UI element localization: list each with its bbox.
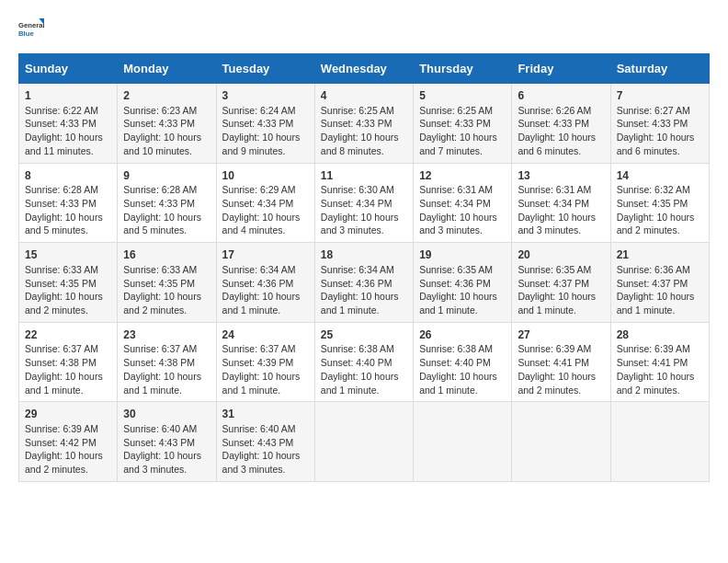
day-number: 7 bbox=[617, 88, 703, 104]
calendar-cell: 15Sunrise: 6:33 AM Sunset: 4:35 PM Dayli… bbox=[19, 243, 118, 323]
day-details: Sunrise: 6:40 AM Sunset: 4:43 PM Dayligh… bbox=[222, 422, 309, 477]
day-number: 25 bbox=[321, 327, 407, 343]
day-number: 14 bbox=[617, 168, 703, 184]
day-details: Sunrise: 6:37 AM Sunset: 4:39 PM Dayligh… bbox=[222, 342, 309, 396]
day-details: Sunrise: 6:38 AM Sunset: 4:40 PM Dayligh… bbox=[321, 342, 407, 396]
day-number: 9 bbox=[123, 168, 210, 184]
calendar-cell: 24Sunrise: 6:37 AM Sunset: 4:39 PM Dayli… bbox=[216, 322, 314, 402]
calendar-cell: 27Sunrise: 6:39 AM Sunset: 4:41 PM Dayli… bbox=[512, 322, 610, 402]
calendar-cell: 28Sunrise: 6:39 AM Sunset: 4:41 PM Dayli… bbox=[610, 322, 709, 402]
day-number: 1 bbox=[25, 88, 111, 104]
day-number: 17 bbox=[222, 247, 309, 263]
day-details: Sunrise: 6:28 AM Sunset: 4:33 PM Dayligh… bbox=[25, 183, 111, 237]
day-details: Sunrise: 6:39 AM Sunset: 4:42 PM Dayligh… bbox=[25, 422, 111, 477]
calendar-cell: 9Sunrise: 6:28 AM Sunset: 4:33 PM Daylig… bbox=[118, 163, 216, 243]
day-number: 28 bbox=[617, 327, 703, 343]
column-header-wednesday: Wednesday bbox=[314, 54, 413, 84]
week-row-4: 22Sunrise: 6:37 AM Sunset: 4:38 PM Dayli… bbox=[19, 322, 710, 402]
calendar-cell bbox=[314, 402, 413, 482]
column-header-thursday: Thursday bbox=[414, 54, 512, 84]
calendar-cell: 11Sunrise: 6:30 AM Sunset: 4:34 PM Dayli… bbox=[314, 163, 413, 243]
day-number: 12 bbox=[419, 168, 506, 184]
day-details: Sunrise: 6:30 AM Sunset: 4:34 PM Dayligh… bbox=[321, 183, 407, 237]
calendar-cell: 30Sunrise: 6:40 AM Sunset: 4:43 PM Dayli… bbox=[118, 402, 216, 482]
day-number: 23 bbox=[123, 327, 210, 343]
day-details: Sunrise: 6:26 AM Sunset: 4:33 PM Dayligh… bbox=[518, 104, 604, 158]
calendar-cell: 5Sunrise: 6:25 AM Sunset: 4:33 PM Daylig… bbox=[414, 84, 512, 164]
column-header-friday: Friday bbox=[512, 54, 610, 84]
day-details: Sunrise: 6:31 AM Sunset: 4:34 PM Dayligh… bbox=[419, 183, 506, 237]
day-details: Sunrise: 6:38 AM Sunset: 4:40 PM Dayligh… bbox=[419, 342, 506, 396]
week-row-2: 8Sunrise: 6:28 AM Sunset: 4:33 PM Daylig… bbox=[19, 163, 710, 243]
day-details: Sunrise: 6:33 AM Sunset: 4:35 PM Dayligh… bbox=[123, 263, 210, 317]
day-details: Sunrise: 6:32 AM Sunset: 4:35 PM Dayligh… bbox=[617, 183, 703, 237]
day-number: 3 bbox=[222, 88, 309, 104]
calendar-table: SundayMondayTuesdayWednesdayThursdayFrid… bbox=[18, 53, 710, 482]
day-details: Sunrise: 6:31 AM Sunset: 4:34 PM Dayligh… bbox=[518, 183, 604, 237]
calendar-cell: 29Sunrise: 6:39 AM Sunset: 4:42 PM Dayli… bbox=[19, 402, 118, 482]
calendar-cell bbox=[512, 402, 610, 482]
day-number: 19 bbox=[419, 247, 506, 263]
day-number: 2 bbox=[123, 88, 210, 104]
calendar-cell: 8Sunrise: 6:28 AM Sunset: 4:33 PM Daylig… bbox=[19, 163, 118, 243]
day-number: 29 bbox=[25, 407, 111, 422]
calendar-cell: 12Sunrise: 6:31 AM Sunset: 4:34 PM Dayli… bbox=[414, 163, 512, 243]
column-header-saturday: Saturday bbox=[610, 54, 709, 84]
day-details: Sunrise: 6:33 AM Sunset: 4:35 PM Dayligh… bbox=[25, 263, 111, 317]
page-header: General Blue bbox=[18, 18, 710, 44]
calendar-cell: 17Sunrise: 6:34 AM Sunset: 4:36 PM Dayli… bbox=[216, 243, 314, 323]
day-details: Sunrise: 6:37 AM Sunset: 4:38 PM Dayligh… bbox=[123, 342, 210, 396]
column-header-monday: Monday bbox=[118, 54, 216, 84]
calendar-cell: 20Sunrise: 6:35 AM Sunset: 4:37 PM Dayli… bbox=[512, 243, 610, 323]
calendar-cell: 22Sunrise: 6:37 AM Sunset: 4:38 PM Dayli… bbox=[19, 322, 118, 402]
day-details: Sunrise: 6:39 AM Sunset: 4:41 PM Dayligh… bbox=[617, 342, 703, 396]
day-number: 26 bbox=[419, 327, 506, 343]
calendar-cell: 31Sunrise: 6:40 AM Sunset: 4:43 PM Dayli… bbox=[216, 402, 314, 482]
calendar-cell: 1Sunrise: 6:22 AM Sunset: 4:33 PM Daylig… bbox=[19, 84, 118, 164]
day-number: 18 bbox=[321, 247, 407, 263]
column-header-tuesday: Tuesday bbox=[216, 54, 314, 84]
logo-icon: General Blue bbox=[18, 18, 44, 44]
calendar-cell: 21Sunrise: 6:36 AM Sunset: 4:37 PM Dayli… bbox=[610, 243, 709, 323]
calendar-cell bbox=[414, 402, 512, 482]
svg-text:Blue: Blue bbox=[18, 29, 34, 38]
day-details: Sunrise: 6:22 AM Sunset: 4:33 PM Dayligh… bbox=[25, 104, 111, 158]
week-row-5: 29Sunrise: 6:39 AM Sunset: 4:42 PM Dayli… bbox=[19, 402, 710, 482]
calendar-cell: 2Sunrise: 6:23 AM Sunset: 4:33 PM Daylig… bbox=[118, 84, 216, 164]
day-details: Sunrise: 6:23 AM Sunset: 4:33 PM Dayligh… bbox=[123, 104, 210, 158]
week-row-1: 1Sunrise: 6:22 AM Sunset: 4:33 PM Daylig… bbox=[19, 84, 710, 164]
day-number: 4 bbox=[321, 88, 407, 104]
calendar-header-row: SundayMondayTuesdayWednesdayThursdayFrid… bbox=[19, 54, 710, 84]
day-details: Sunrise: 6:34 AM Sunset: 4:36 PM Dayligh… bbox=[321, 263, 407, 317]
day-number: 6 bbox=[518, 88, 604, 104]
day-details: Sunrise: 6:27 AM Sunset: 4:33 PM Dayligh… bbox=[617, 104, 703, 158]
calendar-cell: 14Sunrise: 6:32 AM Sunset: 4:35 PM Dayli… bbox=[610, 163, 709, 243]
day-details: Sunrise: 6:35 AM Sunset: 4:36 PM Dayligh… bbox=[419, 263, 506, 317]
day-details: Sunrise: 6:28 AM Sunset: 4:33 PM Dayligh… bbox=[123, 183, 210, 237]
calendar-cell: 23Sunrise: 6:37 AM Sunset: 4:38 PM Dayli… bbox=[118, 322, 216, 402]
day-number: 8 bbox=[25, 168, 111, 184]
day-details: Sunrise: 6:25 AM Sunset: 4:33 PM Dayligh… bbox=[321, 104, 407, 158]
calendar-cell: 13Sunrise: 6:31 AM Sunset: 4:34 PM Dayli… bbox=[512, 163, 610, 243]
day-number: 24 bbox=[222, 327, 309, 343]
day-details: Sunrise: 6:36 AM Sunset: 4:37 PM Dayligh… bbox=[617, 263, 703, 317]
day-details: Sunrise: 6:34 AM Sunset: 4:36 PM Dayligh… bbox=[222, 263, 309, 317]
svg-text:General: General bbox=[18, 21, 44, 29]
logo: General Blue bbox=[18, 18, 44, 44]
day-number: 5 bbox=[419, 88, 506, 104]
calendar-cell: 6Sunrise: 6:26 AM Sunset: 4:33 PM Daylig… bbox=[512, 84, 610, 164]
calendar-cell: 18Sunrise: 6:34 AM Sunset: 4:36 PM Dayli… bbox=[314, 243, 413, 323]
calendar-cell: 25Sunrise: 6:38 AM Sunset: 4:40 PM Dayli… bbox=[314, 322, 413, 402]
day-details: Sunrise: 6:24 AM Sunset: 4:33 PM Dayligh… bbox=[222, 104, 309, 158]
day-number: 30 bbox=[123, 407, 210, 422]
day-details: Sunrise: 6:25 AM Sunset: 4:33 PM Dayligh… bbox=[419, 104, 506, 158]
day-number: 27 bbox=[518, 327, 604, 343]
day-number: 15 bbox=[25, 247, 111, 263]
week-row-3: 15Sunrise: 6:33 AM Sunset: 4:35 PM Dayli… bbox=[19, 243, 710, 323]
day-number: 31 bbox=[222, 407, 309, 422]
day-number: 11 bbox=[321, 168, 407, 184]
calendar-cell: 19Sunrise: 6:35 AM Sunset: 4:36 PM Dayli… bbox=[414, 243, 512, 323]
day-number: 21 bbox=[617, 247, 703, 263]
column-header-sunday: Sunday bbox=[19, 54, 118, 84]
day-number: 16 bbox=[123, 247, 210, 263]
